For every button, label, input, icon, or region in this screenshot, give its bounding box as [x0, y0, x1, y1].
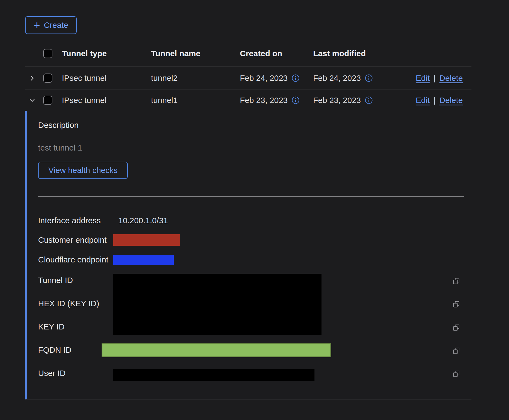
copy-tunnel-id-button[interactable]	[453, 278, 460, 285]
row-actions: Edit | Delete	[416, 74, 463, 83]
field-label-cloudflare-endpoint: Cloudflare endpoint	[38, 255, 108, 264]
delete-link[interactable]: Delete	[439, 74, 463, 83]
select-all-checkbox[interactable]	[43, 49, 52, 58]
field-label-key-id: KEY ID	[38, 322, 65, 331]
edit-link[interactable]: Edit	[416, 96, 430, 105]
description-value: test tunnel 1	[38, 143, 82, 152]
copy-icon	[453, 347, 460, 354]
created-on-cell: Feb 24, 2023	[240, 74, 300, 83]
field-label-user-id: User ID	[38, 369, 66, 378]
created-on-cell: Feb 23, 2023	[240, 96, 300, 105]
copy-user-id-button[interactable]	[453, 370, 460, 377]
field-label-fqdn-id: FQDN ID	[38, 345, 71, 355]
header-created-on: Created on	[240, 49, 282, 58]
header-tunnel-name: Tunnel name	[151, 49, 200, 58]
row-checkbox[interactable]	[43, 74, 52, 83]
tunnel-type-cell: IPsec tunnel	[62, 96, 106, 105]
last-modified-value: Feb 24, 2023	[313, 74, 361, 83]
expand-row-button[interactable]	[29, 75, 36, 82]
tunnel-name-cell: tunnel1	[151, 96, 178, 105]
create-button-label: Create	[44, 21, 68, 30]
user-id-redaction	[113, 369, 314, 381]
action-separator: |	[433, 96, 436, 105]
last-modified-cell: Feb 23, 2023	[313, 96, 373, 105]
table-header-row: Tunnel type Tunnel name Created on Last …	[25, 41, 471, 66]
table-row-tunnel2: IPsec tunnel tunnel2 Feb 24, 2023 Feb 24…	[25, 67, 471, 89]
info-icon[interactable]	[292, 96, 300, 104]
info-icon[interactable]	[365, 96, 373, 104]
copy-icon	[453, 370, 460, 377]
chevron-down-icon	[29, 97, 36, 104]
field-label-customer-endpoint: Customer endpoint	[38, 235, 106, 245]
edit-link[interactable]: Edit	[416, 74, 430, 83]
copy-icon	[453, 278, 460, 285]
create-button[interactable]: + Create	[25, 16, 77, 34]
created-on-value: Feb 23, 2023	[240, 96, 288, 105]
delete-link[interactable]: Delete	[439, 96, 463, 105]
copy-fqdn-id-button[interactable]	[453, 347, 460, 354]
field-label-interface-address: Interface address	[38, 216, 101, 225]
chevron-right-icon	[29, 75, 36, 82]
created-on-value: Feb 24, 2023	[240, 74, 288, 83]
row-actions: Edit | Delete	[416, 96, 463, 105]
ids-redaction-block	[113, 274, 322, 335]
view-health-checks-button[interactable]: View health checks	[38, 162, 128, 179]
copy-icon	[453, 324, 460, 331]
section-divider	[38, 196, 464, 197]
last-modified-value: Feb 23, 2023	[313, 96, 361, 105]
row-checkbox[interactable]	[43, 96, 52, 105]
tunnel-name-cell: tunnel2	[151, 74, 178, 83]
field-label-tunnel-id: Tunnel ID	[38, 276, 73, 285]
tunnel-type-cell: IPsec tunnel	[62, 74, 106, 83]
last-modified-cell: Feb 24, 2023	[313, 74, 373, 83]
info-icon[interactable]	[292, 74, 300, 82]
tunnels-page: + Create Tunnel type Tunnel name Created…	[0, 0, 509, 420]
description-label: Description	[38, 121, 79, 130]
header-last-modified: Last modified	[313, 49, 366, 58]
collapse-row-button[interactable]	[29, 97, 36, 104]
copy-key-id-button[interactable]	[453, 324, 460, 331]
interface-address-value: 10.200.1.0/31	[118, 216, 168, 225]
copy-icon	[453, 301, 460, 308]
info-icon[interactable]	[365, 74, 373, 82]
tunnel-detail-panel: Description test tunnel 1 View health ch…	[25, 111, 471, 399]
fqdn-id-redaction	[102, 343, 331, 357]
copy-hex-id-button[interactable]	[453, 301, 460, 308]
table-row-tunnel1: IPsec tunnel tunnel1 Feb 23, 2023 Feb 23…	[25, 90, 471, 111]
cloudflare-endpoint-redaction	[113, 255, 174, 265]
customer-endpoint-redaction	[113, 234, 180, 246]
header-tunnel-type: Tunnel type	[62, 49, 107, 58]
field-label-hex-id: HEX ID (KEY ID)	[38, 299, 99, 308]
action-separator: |	[433, 74, 436, 83]
